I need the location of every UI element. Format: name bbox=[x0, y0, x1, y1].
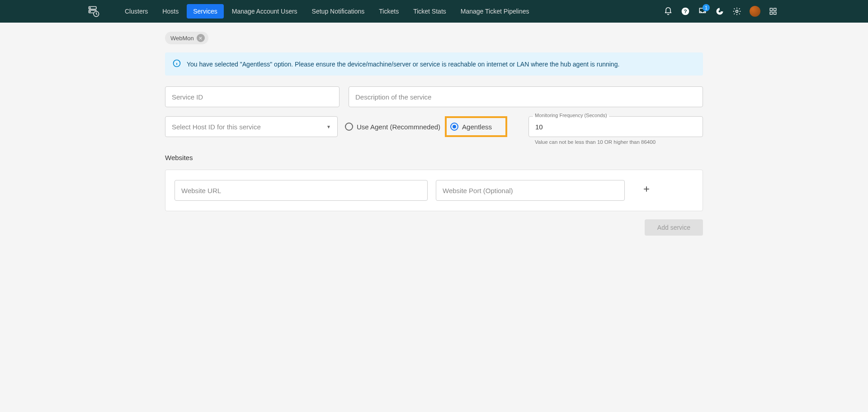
nav-tickets[interactable]: Tickets bbox=[373, 4, 405, 19]
nav-setup-notifications[interactable]: Setup Notifications bbox=[306, 4, 371, 19]
chip-label: WebMon bbox=[170, 35, 194, 42]
websites-section-title: Websites bbox=[165, 154, 703, 161]
app-logo[interactable] bbox=[87, 5, 100, 18]
svg-point-7 bbox=[719, 10, 721, 13]
info-alert: You have selected "Agentless" option. Pl… bbox=[165, 52, 703, 76]
host-select-field: Select Host ID for this service ▼ bbox=[165, 116, 338, 137]
nav-left: Clusters Hosts Services Manage Account U… bbox=[9, 4, 536, 19]
svg-text:?: ? bbox=[684, 8, 687, 14]
apps-grid-icon[interactable] bbox=[769, 7, 778, 16]
inbox-icon[interactable]: 1 bbox=[698, 7, 707, 16]
svg-point-3 bbox=[90, 11, 90, 12]
frequency-label: Monitoring Frequency (Seconds) bbox=[533, 113, 609, 118]
host-select[interactable]: Select Host ID for this service ▼ bbox=[165, 116, 338, 137]
nav-services[interactable]: Services bbox=[187, 4, 224, 19]
settings-icon[interactable] bbox=[732, 7, 741, 16]
add-service-button[interactable]: Add service bbox=[645, 219, 703, 236]
svg-rect-9 bbox=[770, 8, 772, 10]
agent-mode-radio-group: Use Agent (Recommneded) Agentless bbox=[345, 116, 507, 137]
website-entry-card bbox=[165, 170, 703, 211]
theme-toggle-icon[interactable] bbox=[715, 7, 724, 16]
website-port-field bbox=[436, 180, 625, 201]
website-url-input[interactable] bbox=[175, 180, 428, 201]
service-type-chip: WebMon bbox=[165, 32, 208, 44]
radio-agentless-label: Agentless bbox=[462, 123, 492, 131]
website-port-input[interactable] bbox=[436, 180, 625, 201]
radio-agentless[interactable]: Agentless bbox=[450, 123, 492, 131]
nav-manage-pipelines[interactable]: Manage Ticket Pipelines bbox=[454, 4, 536, 19]
svg-rect-11 bbox=[770, 12, 772, 14]
navbar: Clusters Hosts Services Manage Account U… bbox=[0, 0, 868, 23]
user-avatar[interactable] bbox=[750, 6, 760, 17]
description-field bbox=[349, 86, 703, 107]
nav-clusters[interactable]: Clusters bbox=[118, 4, 154, 19]
submit-row: Add service bbox=[165, 219, 703, 236]
alert-text: You have selected "Agentless" option. Pl… bbox=[187, 61, 619, 68]
add-website-button[interactable] bbox=[637, 181, 656, 199]
svg-point-2 bbox=[90, 8, 90, 8]
agentless-highlight: Agentless bbox=[445, 116, 507, 137]
inbox-badge: 1 bbox=[703, 4, 710, 11]
radio-use-agent-label: Use Agent (Recommneded) bbox=[357, 123, 440, 131]
frequency-field: Monitoring Frequency (Seconds) Value can… bbox=[528, 116, 703, 145]
svg-rect-12 bbox=[774, 12, 776, 14]
bell-icon[interactable] bbox=[664, 7, 673, 16]
frequency-input[interactable] bbox=[528, 116, 703, 137]
radio-use-agent[interactable]: Use Agent (Recommneded) bbox=[345, 123, 440, 131]
info-icon bbox=[172, 59, 181, 69]
website-url-field bbox=[175, 180, 428, 201]
nav-items: Clusters Hosts Services Manage Account U… bbox=[118, 4, 536, 19]
help-icon[interactable]: ? bbox=[681, 7, 690, 16]
svg-point-8 bbox=[736, 10, 738, 13]
chevron-down-icon: ▼ bbox=[326, 124, 331, 129]
nav-right: ? 1 bbox=[664, 6, 778, 17]
chip-close-icon[interactable] bbox=[197, 34, 205, 42]
description-input[interactable] bbox=[349, 86, 703, 107]
nav-ticket-stats[interactable]: Ticket Stats bbox=[407, 4, 453, 19]
nav-manage-users[interactable]: Manage Account Users bbox=[226, 4, 304, 19]
form-row-2: Select Host ID for this service ▼ Use Ag… bbox=[165, 116, 703, 145]
radio-checked-icon bbox=[450, 123, 458, 131]
frequency-helper: Value can not be less than 10 OR higher … bbox=[528, 139, 703, 145]
service-id-input[interactable] bbox=[165, 86, 340, 107]
service-id-field bbox=[165, 86, 340, 107]
form-row-1 bbox=[165, 86, 703, 107]
main-container: WebMon You have selected "Agentless" opt… bbox=[165, 23, 703, 245]
plus-icon bbox=[642, 185, 651, 196]
svg-rect-10 bbox=[774, 8, 776, 10]
radio-unchecked-icon bbox=[345, 123, 353, 131]
host-select-placeholder: Select Host ID for this service bbox=[172, 123, 261, 131]
nav-hosts[interactable]: Hosts bbox=[156, 4, 185, 19]
